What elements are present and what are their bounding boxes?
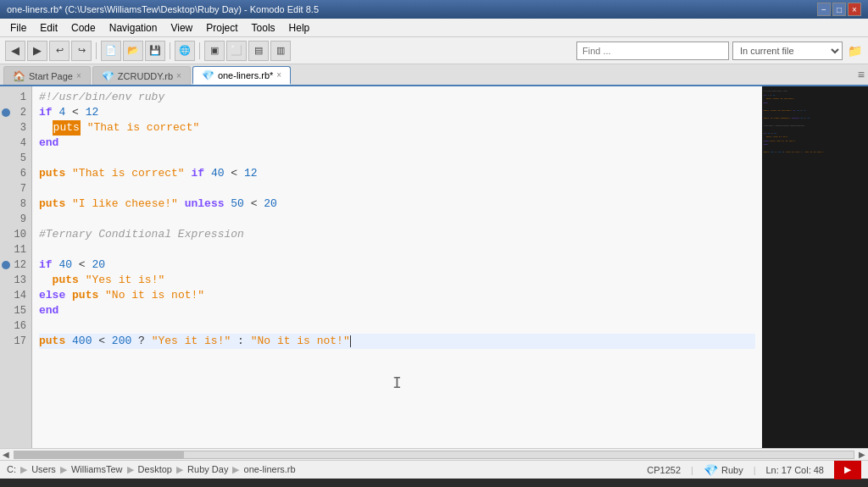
forward-button[interactable]: ▶ (27, 41, 47, 61)
search-folder-button[interactable]: 📁 (846, 42, 863, 59)
line12-if: if (39, 257, 53, 273)
line1-comment: #!/usr/bin/env ruby (39, 90, 164, 105)
redo-button[interactable]: ↪ (71, 41, 92, 61)
menu-project[interactable]: Project (199, 20, 244, 36)
tab-start-page[interactable]: 🏠 Start Page × (3, 66, 91, 85)
line14-sp2 (98, 288, 105, 303)
line-num-17: 17 (0, 334, 26, 349)
close-button[interactable]: × (848, 3, 861, 16)
line-num-3: 3 (0, 120, 26, 136)
tab-bar: 🏠 Start Page × 💎 ZCRUDDY.rb × 💎 one-line… (0, 64, 868, 86)
tab-one-liners[interactable]: 💎 one-liners.rb* × (192, 66, 291, 85)
breadcrumb-williamstew: WilliamsTew (71, 464, 123, 474)
empty-area[interactable]: I (39, 349, 755, 417)
line12-num1: 40 (58, 257, 72, 273)
line14-sp (65, 288, 72, 303)
menu-edit[interactable]: Edit (33, 20, 64, 36)
breadcrumb-sep-4: ▶ (176, 464, 183, 474)
new-button[interactable]: 📄 (101, 41, 121, 61)
tab-zcruddy-close[interactable]: × (176, 71, 181, 80)
line17-num2: 200 (112, 334, 131, 349)
minimap-content: #!/usr/bin/env ruby if 4 < 12 puts "That… (762, 86, 868, 448)
line6-sp1 (65, 166, 72, 181)
code-line-16 (39, 318, 755, 334)
tab-one-liners-label: one-liners.rb* (218, 70, 273, 80)
menu-bar: File Edit Code Navigation View Project T… (0, 19, 868, 37)
line10-comment: #Ternary Conditional Expression (39, 227, 244, 242)
view-btn-2[interactable]: ⬜ (226, 41, 247, 61)
scroll-left-button[interactable]: ◀ (0, 450, 12, 459)
title-bar: one-liners.rb* (C:\Users\WilliamsTew\Des… (0, 0, 868, 19)
scroll-right-button[interactable]: ▶ (856, 450, 868, 459)
line8-num2: 20 (264, 196, 277, 212)
code-line-7 (39, 181, 755, 196)
code-line-13: puts "Yes it is!" (39, 273, 755, 288)
code-editor[interactable]: #!/usr/bin/env ruby if 4 < 12 puts "That… (32, 86, 762, 448)
line2-num2: 12 (86, 105, 99, 120)
code-line-15: end (39, 303, 755, 318)
maximize-button[interactable]: □ (832, 3, 846, 16)
search-input[interactable] (576, 42, 729, 60)
tab-list-button[interactable]: ≡ (858, 68, 865, 81)
language-label: Ruby (721, 465, 743, 475)
code-line-3: puts "That is correct" (39, 120, 755, 136)
tab-one-liners-close[interactable]: × (276, 70, 281, 80)
line8-num1: 50 (231, 196, 244, 212)
tab-zcruddy[interactable]: 💎 ZCRUDDY.rb × (92, 66, 191, 85)
back-button[interactable]: ◀ (5, 41, 25, 61)
search-scope-select[interactable]: In current file (732, 42, 843, 60)
view-btn-1[interactable]: ▣ (204, 41, 225, 61)
status-right: CP1252 | 💎 Ruby | Ln: 17 Col: 48 ▶ (647, 461, 861, 479)
line6-sp3 (204, 166, 211, 181)
line-num-5: 5 (0, 151, 26, 166)
code-line-10: #Ternary Conditional Expression (39, 227, 755, 242)
line12-num2: 20 (92, 257, 105, 273)
menu-tools[interactable]: Tools (245, 20, 282, 36)
line14-str: "No it is not!" (105, 288, 204, 303)
line13-puts: puts (53, 273, 79, 288)
line13-str: "Yes it is!" (86, 273, 165, 288)
youtube-button[interactable]: ▶ (834, 461, 861, 479)
ruby-icon: 💎 (704, 463, 718, 477)
browser-button[interactable]: 🌐 (175, 41, 195, 61)
tab-start-page-close[interactable]: × (76, 71, 81, 80)
language-status: 💎 Ruby (704, 463, 743, 477)
line8-sp3 (224, 196, 231, 212)
line-num-4: 4 (0, 136, 26, 151)
menu-view[interactable]: View (164, 20, 199, 36)
status-bar: C: ▶ Users ▶ WilliamsTew ▶ Desktop ▶ Rub… (0, 460, 868, 479)
encoding-label: CP1252 (647, 465, 681, 475)
horizontal-scrollbar-thumb[interactable] (14, 451, 184, 458)
menu-code[interactable]: Code (64, 20, 103, 36)
line17-sp1 (65, 334, 72, 349)
line2-num1: 4 (58, 105, 65, 120)
line6-if: if (191, 166, 204, 181)
open-button[interactable]: 📂 (123, 41, 143, 61)
horizontal-scrollbar-area: ◀ ▶ (0, 448, 868, 460)
view-btn-4[interactable]: ▥ (270, 41, 291, 61)
line17-colon: : (231, 334, 250, 349)
minimize-button[interactable]: − (817, 3, 831, 16)
title-text: one-liners.rb* (C:\Users\WilliamsTew\Des… (7, 4, 319, 14)
breadcrumb: C: ▶ Users ▶ WilliamsTew ▶ Desktop ▶ Rub… (7, 464, 640, 475)
menu-help[interactable]: Help (282, 20, 317, 36)
breadcrumb-sep-5: ▶ (232, 464, 239, 474)
view-btn-3[interactable]: ▤ (248, 41, 269, 61)
line4-end: end (39, 136, 58, 151)
code-line-17: puts 400 < 200 ? "Yes it is!" : "No it i… (39, 334, 755, 349)
horizontal-scrollbar-track[interactable] (14, 451, 854, 459)
menu-file[interactable]: File (3, 20, 33, 36)
toolbar-separator-2 (170, 42, 170, 59)
line-num-9: 9 (0, 212, 26, 227)
menu-navigation[interactable]: Navigation (103, 20, 164, 36)
tab-zcruddy-label: ZCRUDDY.rb (118, 71, 173, 81)
line-num-13: 13 (0, 273, 26, 288)
breadcrumb-sep-1: ▶ (20, 464, 27, 474)
line12-op: < (72, 257, 92, 273)
save-button[interactable]: 💾 (145, 41, 165, 61)
undo-button[interactable]: ↩ (49, 41, 70, 61)
line6-num1: 40 (211, 166, 225, 181)
line17-num1: 400 (72, 334, 92, 349)
status-divider-1: | (691, 465, 693, 475)
position-status: Ln: 17 Col: 48 (766, 465, 825, 475)
